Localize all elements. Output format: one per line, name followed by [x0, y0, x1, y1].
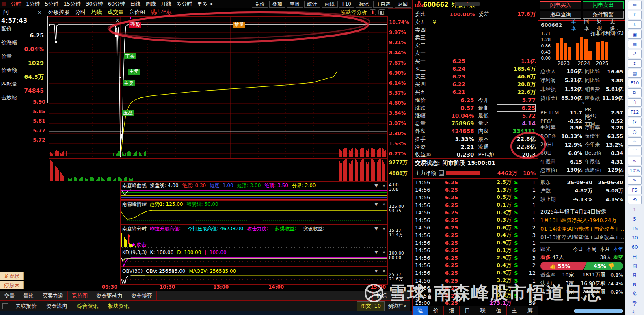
- minute-chart[interactable]: × 强势 放量 主卖 主卖 主卖 压盘: [49, 16, 388, 158]
- ask-row[interactable]: 卖一: [413, 49, 538, 57]
- side-tool-icon[interactable]: ⇩: [628, 20, 642, 29]
- doc-icon[interactable]: ▤: [439, 170, 444, 176]
- side-tool-icon[interactable]: 10%: [628, 166, 642, 175]
- sentiment-tab[interactable]: 本月: [600, 246, 610, 253]
- bottom-indicator-tab[interactable]: 资金博弈: [127, 291, 157, 300]
- side-tool-icon[interactable]: ○: [628, 127, 642, 136]
- bid-row[interactable]: 买二 6.24 165.4万: [413, 65, 538, 73]
- trade-row[interactable]: 14:57 6.25 0.2万 S 1: [413, 292, 538, 300]
- side-tool-icon[interactable]: ∿: [628, 157, 642, 165]
- collapse-caret[interactable]: ∨: [582, 101, 585, 105]
- news-item[interactable]: 1月13日融资净买入-1940.24万: [538, 216, 625, 224]
- period-menu-item[interactable]: 5分钟: [42, 0, 61, 8]
- tool-menu-item[interactable]: 返回: [395, 1, 411, 8]
- trade-view-tab[interactable]: 日: [460, 306, 475, 315]
- bottom-indicator-tab[interactable]: 交量: [0, 291, 19, 300]
- period-menu-item[interactable]: 30分钟: [83, 0, 106, 8]
- expand-caret[interactable]: ∧: [538, 296, 625, 300]
- trade-view-tab[interactable]: 笔: [413, 306, 428, 315]
- side-tool-icon[interactable]: ▦: [628, 40, 642, 48]
- popup-icon[interactable]: ⬆: [370, 9, 376, 15]
- side-tool-icon[interactable]: ↕: [628, 59, 642, 68]
- bottom-info-tab[interactable]: 关联报价: [11, 302, 41, 310]
- link-icon[interactable]: [2, 303, 8, 309]
- indicator-control[interactable]: -: [401, 291, 410, 300]
- collapse-icon[interactable]: ▼: [374, 250, 378, 255]
- sentiment-bar[interactable]: 👍55% 45%👎: [540, 262, 623, 270]
- tool-menu-item[interactable]: 标记: [356, 1, 372, 8]
- sentiment-tab[interactable]: 本周: [586, 246, 596, 253]
- bid-row[interactable]: 买四 6.22 20.8万: [413, 80, 538, 88]
- bottom-indicator-tab[interactable]: 买卖力道: [38, 291, 68, 300]
- close-icon[interactable]: ×: [382, 226, 386, 231]
- period-menu-item[interactable]: 1分钟: [24, 0, 42, 8]
- bottom-info-tab[interactable]: 综合资讯: [72, 302, 103, 310]
- trade-row[interactable]: 14:56 6.25 0.4万 S 3: [413, 231, 538, 239]
- chart-view-tab[interactable]: 外服控股: [45, 9, 72, 16]
- trade-row[interactable]: 14:56 6.25 2.5万 S 1: [413, 179, 538, 186]
- side-period-item[interactable]: 30: [631, 233, 638, 243]
- side-tool-icon[interactable]: ✎: [628, 176, 642, 185]
- trade-row[interactable]: 14:56 6.25 0.3万 S 1: [413, 216, 538, 224]
- tool-menu-item[interactable]: 画线: [322, 1, 338, 8]
- side-period-item[interactable]: 多: [632, 289, 637, 299]
- chart-view-tab[interactable]: 分时: [72, 9, 89, 16]
- side-tool-icon[interactable]: ƒx: [628, 118, 642, 126]
- limit-analysis-label[interactable]: 涨跌停分析: [341, 9, 367, 16]
- trade-view-tab[interactable]: 主: [507, 306, 523, 315]
- flash-sell-button[interactable]: 闪电卖出: [583, 1, 624, 9]
- indicator-control[interactable]: 指标: [372, 291, 390, 300]
- trade-row[interactable]: 14:56 6.25 0.1万 S 1: [413, 284, 538, 292]
- trade-row[interactable]: 14:56 6.25 0.5万 S 2: [413, 194, 538, 201]
- bottom-info-tab[interactable]: 板块资讯: [103, 302, 134, 310]
- period-menu-item[interactable]: 月线: [158, 0, 174, 8]
- ask-row[interactable]: 卖五 ¥: [413, 18, 538, 26]
- side-tool-icon[interactable]: F5: [628, 186, 642, 194]
- indicator-panel-sentiment[interactable]: 南森峰情绪 趋势1: 125.00强弱线: 50.00 ▼×: [120, 200, 388, 224]
- tool-menu-item[interactable]: 统计: [304, 1, 320, 8]
- side-tool-icon[interactable]: ≈: [628, 137, 642, 146]
- bid-row[interactable]: 买五 6.21 22.6万: [413, 88, 538, 96]
- condition-alert-button[interactable]: 条件预警: [583, 11, 624, 19]
- period-menu-item[interactable]: 周线: [143, 0, 158, 8]
- side-tool-icon[interactable]: F12: [628, 108, 642, 117]
- split-view-icon[interactable]: ◧: [378, 9, 385, 15]
- corner-button[interactable]: 龙虎榜: [0, 272, 24, 280]
- period-menu-item[interactable]: 多分时: [174, 0, 194, 8]
- ask-row[interactable]: 卖四: [413, 26, 538, 34]
- side-tool-icon[interactable]: 自: [628, 98, 642, 107]
- bottom-indicator-tab[interactable]: 竞价图: [68, 291, 92, 300]
- indicator-control[interactable]: +: [390, 291, 401, 300]
- volume-pane[interactable]: [49, 158, 388, 181]
- bottom-indicator-tab[interactable]: 量比: [19, 291, 38, 300]
- close-icon[interactable]: ×: [37, 9, 42, 15]
- side-period-item[interactable]: 季: [632, 299, 637, 308]
- side-tool-icon[interactable]: ⌒: [628, 147, 642, 155]
- close-icon[interactable]: ×: [382, 250, 386, 255]
- tool-menu-item[interactable]: 叠加: [269, 1, 285, 8]
- news-item[interactable]: 2025年年报于4月24日披露: [538, 207, 625, 216]
- trade-view-tab[interactable]: 细: [444, 306, 460, 315]
- side-period-item[interactable]: 周: [632, 261, 637, 271]
- side-tool-icon[interactable]: ⟲: [628, 196, 642, 204]
- indicator-panel-obv[interactable]: OBV(30) OBV: 256585.00MAOBV: 256585.00 ▼…: [120, 267, 388, 285]
- indicator-panel-attack[interactable]: 南森锋分时 昨拉升最高值: -今打压最高值: 46238.00攻击力度: -起爆…: [120, 224, 388, 248]
- bottom-indicator-tab[interactable]: 资金驱动力: [92, 291, 127, 300]
- trade-row[interactable]: 14:56 6.25 0.1万 S 6: [413, 246, 538, 254]
- tool-menu-item[interactable]: +自选: [373, 1, 393, 8]
- chart-view-tab[interactable]: 均线: [89, 9, 105, 16]
- chart-view-tab[interactable]: 满占坐标: [148, 9, 175, 16]
- side-period-item[interactable]: 1: [633, 205, 636, 215]
- sentiment-tab[interactable]: 本年: [613, 246, 623, 253]
- side-tool-icon[interactable]: ▤: [628, 69, 642, 78]
- trade-row[interactable]: 14:56 6.25 0.1万 S 1: [413, 201, 538, 209]
- side-period-item[interactable]: 5: [633, 215, 636, 224]
- trade-view-tab[interactable]: 值: [491, 306, 507, 315]
- trade-view-tab[interactable]: 筹: [522, 306, 538, 315]
- side-period-item[interactable]: N: [633, 280, 637, 289]
- side-tool-icon[interactable]: ⇦: [628, 1, 642, 9]
- ask-row[interactable]: 卖三: [413, 34, 538, 41]
- tool-menu-item[interactable]: 重播: [287, 1, 303, 8]
- trade-row[interactable]: 14:56 6.25 0.4万 S 2: [413, 262, 538, 270]
- trade-row[interactable]: 14:56 6.25 3.2万 S 1: [413, 277, 538, 285]
